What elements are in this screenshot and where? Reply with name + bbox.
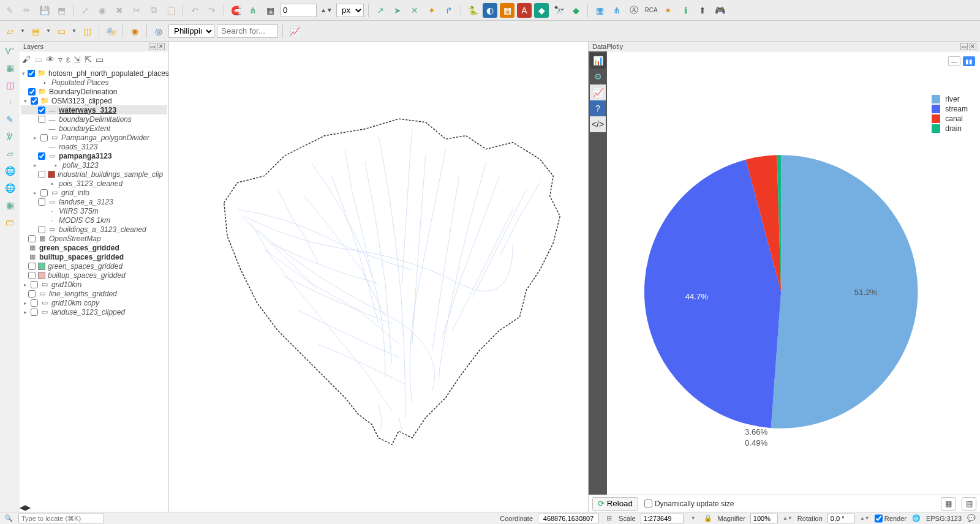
messages-icon[interactable]: 💬 (967, 514, 976, 523)
layer-checkbox[interactable] (40, 134, 48, 141)
layer-checkbox[interactable] (38, 226, 45, 233)
magnifier-value[interactable] (750, 514, 778, 523)
legend-item-river[interactable]: river (932, 94, 968, 104)
pie-slice-river[interactable] (771, 155, 918, 429)
mesh-layer-icon[interactable]: ◫ (3, 78, 17, 92)
map-canvas[interactable] (169, 42, 588, 512)
country-select[interactable]: Philippines (168, 24, 214, 38)
snapping-icon[interactable]: 🧲 (228, 3, 243, 18)
layer-checkbox[interactable] (31, 309, 38, 316)
tool-star-icon[interactable]: ✦ (424, 3, 439, 18)
layer-checkbox[interactable] (28, 290, 36, 298)
wms-icon[interactable]: ▱ (3, 147, 17, 160)
layer-checkbox[interactable] (28, 263, 36, 270)
layer-checkbox[interactable] (38, 198, 45, 206)
magnifier-stepper-icon[interactable]: ▲▼ (783, 514, 793, 523)
rotation-stepper-icon[interactable]: ▲▼ (860, 514, 870, 523)
plugin-teal-icon[interactable]: ◆ (534, 3, 549, 18)
tool-green-icon[interactable]: ↗ (373, 3, 388, 18)
plugin-red-icon[interactable]: A (517, 3, 532, 18)
reload-button[interactable]: ⟳ Reload (592, 497, 638, 511)
dynamic-update-checkbox[interactable] (644, 500, 652, 507)
dataplotly-plot[interactable]: — ▮▮ 51.2%44.7%3.66%0.49% riverstreamcan… (607, 51, 980, 495)
wfs-icon[interactable]: 🌐 (3, 164, 17, 178)
plugin-orange-icon[interactable]: ▦ (500, 3, 514, 18)
crs-icon[interactable]: 🌐 (911, 514, 921, 523)
coordinate-value[interactable] (538, 514, 599, 523)
scale-value[interactable] (641, 514, 684, 523)
grid-icon[interactable]: ▦ (592, 3, 607, 18)
legend-item-canal[interactable]: canal (932, 114, 968, 124)
style-icon[interactable]: 🖌 (22, 54, 31, 64)
layer-checkbox[interactable] (38, 116, 45, 123)
panel-close-icon[interactable]: ✕ (969, 43, 976, 50)
extents-icon[interactable]: ⊞ (604, 514, 614, 523)
scale-dropdown-icon[interactable]: ▼ (688, 514, 698, 523)
eye-icon[interactable]: ▭ (34, 54, 42, 64)
tool-arrow-icon[interactable]: ➤ (390, 3, 405, 18)
orange-circle-icon[interactable]: ◉ (127, 24, 142, 39)
vector-layer-icon[interactable]: V° (3, 44, 17, 58)
remove-layer-icon[interactable]: ▭ (96, 54, 104, 64)
layer-tree[interactable]: ▾📁hotosm_phl_north_populated_places •Pop… (20, 67, 168, 503)
dp-tab-code-icon[interactable]: </> (590, 116, 606, 132)
rca-icon[interactable]: RCA (644, 3, 658, 18)
dp-tab-plot-icon[interactable]: 📊 (590, 53, 606, 69)
wcs-icon[interactable]: 🌐 (3, 181, 17, 195)
layer-checkbox[interactable] (31, 281, 38, 288)
layer-checkbox[interactable] (28, 235, 36, 242)
a-tool-icon[interactable]: Ⓐ (627, 3, 641, 18)
info-icon[interactable]: ℹ (678, 3, 693, 18)
panel-undock-icon[interactable]: ▭ (960, 43, 968, 50)
vertex-tool-icon[interactable]: ⋔ (246, 3, 260, 18)
layer-checkbox[interactable] (38, 107, 45, 114)
topo-icon[interactable]: ▦ (263, 3, 277, 18)
expand-icon[interactable]: ⇲ (74, 54, 81, 64)
dp-tab-chart-icon[interactable]: 📈 (590, 84, 606, 100)
dp-toggle-right-icon[interactable]: ▮▮ (963, 56, 975, 66)
dp-tab-settings-icon[interactable]: ⚙ (590, 69, 606, 84)
crs-value[interactable]: EPSG:3123 (926, 515, 962, 522)
units-select[interactable]: px (336, 4, 364, 17)
panel-undock-icon[interactable]: ▭ (149, 43, 156, 50)
dp-toggle-left-icon[interactable]: — (948, 56, 960, 66)
virtual-layer-icon[interactable]: ℣ (3, 130, 17, 143)
dp-footer-tool1-icon[interactable]: ▦ (941, 497, 956, 511)
filter-icon[interactable]: ▿ (58, 54, 62, 64)
lock-icon[interactable]: 🔒 (703, 514, 713, 523)
layer-checkbox[interactable] (28, 88, 36, 95)
tolerance-input[interactable] (280, 4, 317, 17)
rotation-value[interactable] (827, 514, 855, 523)
layers-hscroll[interactable]: ◀▶ (20, 503, 168, 512)
filter-eye-icon[interactable]: 👁 (46, 54, 55, 64)
select-rect-icon[interactable]: ▱ (2, 24, 17, 39)
layer-checkbox[interactable] (28, 272, 36, 279)
layer-checkbox[interactable] (31, 97, 38, 105)
legend-item-drain[interactable]: drain (932, 124, 968, 133)
python-icon[interactable]: 🐍 (466, 3, 480, 18)
plugin-green-icon[interactable]: ◆ (568, 3, 583, 18)
xyz-icon[interactable]: ▦ (3, 198, 17, 212)
controller-icon[interactable]: 🎮 (712, 3, 727, 18)
dropdown-arrow-icon[interactable]: ▼ (71, 24, 77, 39)
tool-arrow2-icon[interactable]: ↱ (442, 3, 456, 18)
nodes-icon[interactable]: ⋔ (609, 3, 624, 18)
export-icon[interactable]: ⬆ (695, 3, 710, 18)
locator-input[interactable] (18, 514, 104, 523)
dropdown-arrow-icon[interactable]: ▼ (20, 24, 26, 39)
dp-tab-help-icon[interactable]: ? (590, 100, 606, 116)
layer-checkbox[interactable] (40, 189, 48, 196)
legend-item-stream[interactable]: stream (932, 104, 968, 114)
plugin-blue-icon[interactable]: ◐ (483, 3, 497, 18)
target-icon[interactable]: ◎ (151, 24, 166, 39)
dp-footer-tool2-icon[interactable]: ▤ (962, 497, 976, 511)
panel-close-icon[interactable]: ✕ (157, 43, 165, 50)
select-all-icon[interactable]: ▤ (28, 24, 43, 39)
binoculars-icon[interactable]: 🔭 (551, 3, 566, 18)
layer-checkbox[interactable] (28, 70, 35, 77)
raster-layer-icon[interactable]: ▦ (3, 61, 17, 75)
direction-icon[interactable]: ✴ (661, 3, 676, 18)
render-checkbox[interactable] (875, 514, 883, 523)
delim-text-icon[interactable]: ၊ (3, 95, 17, 109)
db-icon[interactable]: 🗃 (3, 215, 17, 229)
